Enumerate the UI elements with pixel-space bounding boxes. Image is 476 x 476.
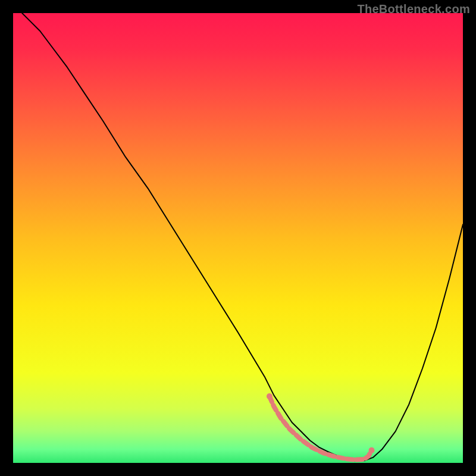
chart-container: TheBottleneck.com bbox=[0, 0, 476, 476]
optimal-band-endpoint bbox=[369, 447, 375, 453]
bottleneck-chart bbox=[13, 13, 463, 463]
optimal-band-endpoint bbox=[267, 393, 273, 399]
gradient-background bbox=[13, 13, 463, 463]
